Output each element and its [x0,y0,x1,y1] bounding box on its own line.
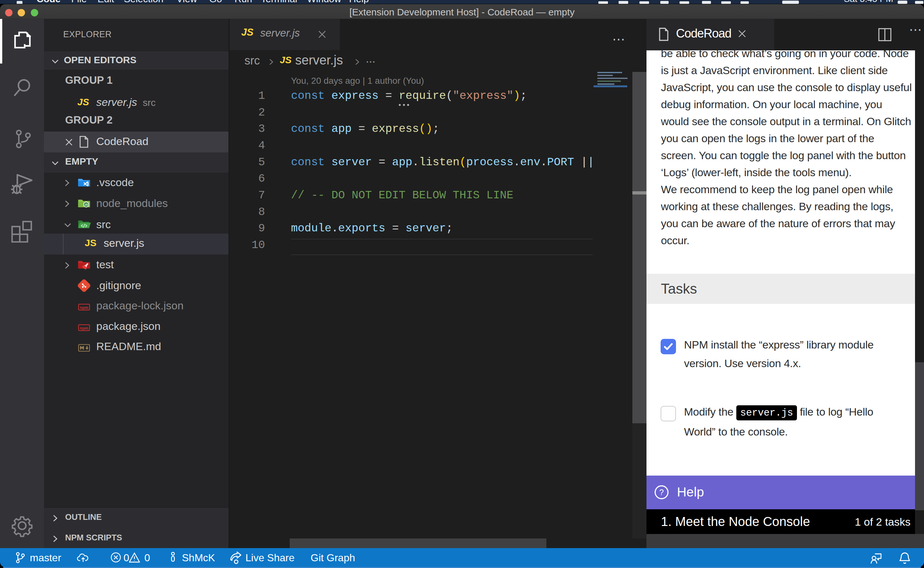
svg-text:?: ? [659,488,664,497]
svg-text:npm: npm [80,326,88,331]
svg-text:JS: JS [84,203,88,206]
svg-text:npm: npm [80,305,88,310]
